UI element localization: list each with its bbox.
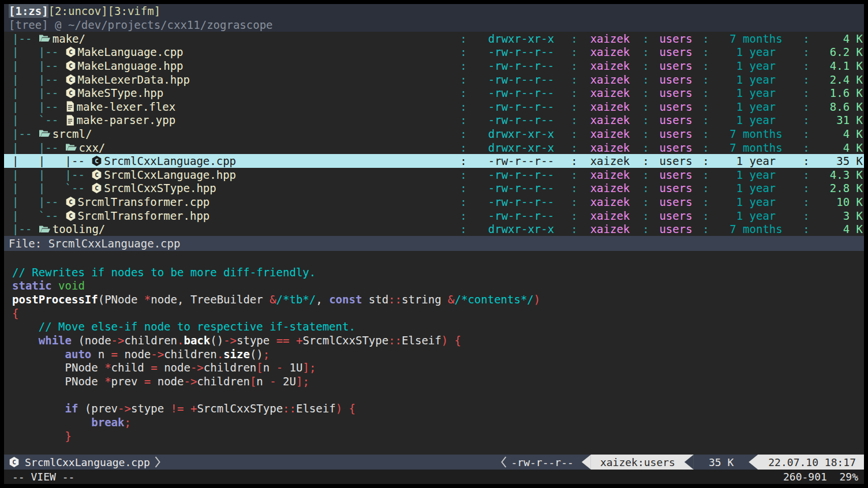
column-separator: : — [799, 196, 813, 208]
column-separator: : — [639, 73, 653, 86]
svg-text:C: C — [69, 62, 73, 70]
code-line: postProcessIf(PNode *node, TreeBuilder &… — [12, 293, 864, 307]
vifm-terminal: [1:zs] [2:uncov] [3:vifm] [tree] @ ~/dev… — [4, 4, 864, 484]
column-separator: : — [567, 32, 581, 45]
column-separator: : — [452, 127, 475, 140]
file-size: 4 K — [813, 223, 864, 235]
svg-text:C: C — [95, 185, 99, 192]
file-row[interactable]: | |-- make-lexer.flex:-rw-r--r--:xaizek:… — [4, 100, 864, 114]
file-row[interactable]: | | |-- CSrcmlCxxLanguage.hpp:-rw-r--r--… — [4, 168, 864, 182]
file-mtime: 1 year — [713, 196, 799, 208]
file-row[interactable]: |-- srcml/:drwxr-xr-x:xaizek:users:7 mon… — [4, 127, 864, 141]
column-separator: : — [639, 127, 653, 140]
cpp-icon: C — [91, 155, 102, 167]
file-name-cell[interactable]: | | `-- CSrcmlCxxSType.hpp — [4, 182, 452, 194]
column-separator: : — [452, 182, 475, 194]
file-name-cell[interactable]: | |-- CMakeLexerData.hpp — [4, 73, 452, 86]
column-separator: : — [639, 114, 653, 126]
file-owner: xaizek — [581, 168, 639, 181]
cpp-icon: C — [91, 169, 102, 181]
tree-branch: | | |-- — [12, 155, 91, 167]
column-separator: : — [699, 182, 713, 194]
file-owner: xaizek — [581, 209, 639, 222]
file-name-cell[interactable]: | |-- CSrcmlTransformer.cpp — [4, 196, 452, 208]
file-name-cell[interactable]: | |-- CMakeLanguage.cpp — [4, 46, 452, 58]
file-name: SrcmlTransformer.hpp — [78, 209, 210, 222]
file-name-cell[interactable]: | |-- CMakeLanguage.hpp — [4, 59, 452, 72]
folder-icon — [39, 224, 51, 234]
file-name-cell[interactable]: | | |-- CSrcmlCxxLanguage.hpp — [4, 168, 452, 181]
column-separator: : — [452, 114, 475, 126]
file-size: 4 K — [813, 32, 864, 45]
svg-text:C: C — [95, 171, 99, 179]
file-permissions: -rw-r--r-- — [475, 73, 567, 86]
powerline-separator-icon — [684, 455, 694, 470]
tree-branch: | | `-- — [12, 182, 91, 194]
file-name: make-parser.ypp — [77, 114, 176, 126]
file-row[interactable]: | `-- CSrcmlTransformer.hpp:-rw-r--r--:x… — [4, 209, 864, 223]
statusbar-size: 35 K — [694, 455, 749, 470]
column-separator: : — [452, 168, 475, 181]
file-size: 4 K — [813, 141, 864, 154]
file-owner: xaizek — [581, 141, 639, 154]
file-row[interactable]: | `-- make-parser.ypp:-rw-r--r--:xaizek:… — [4, 114, 864, 127]
file-permissions: -rw-r--r-- — [475, 100, 567, 113]
file-name-cell[interactable]: | `-- CSrcmlTransformer.hpp — [4, 209, 452, 222]
column-separator: : — [639, 168, 653, 181]
column-separator: : — [699, 46, 713, 58]
tree-branch: | |-- — [12, 87, 65, 99]
column-separator: : — [452, 100, 475, 113]
column-separator: : — [639, 182, 653, 194]
file-name-cell[interactable]: | | |-- CSrcmlCxxLanguage.cpp — [4, 155, 452, 167]
column-separator: : — [639, 141, 653, 154]
file-permissions: drwxr-xr-x — [475, 32, 567, 45]
file-size: 6.2 K — [813, 46, 864, 58]
file-size: 4 K — [813, 127, 864, 140]
code-line: if (prev->stype != +SrcmlCxxSType::Elsei… — [12, 402, 864, 416]
file-row[interactable]: | |-- cxx/:drwxr-xr-x:xaizek:users:7 mon… — [4, 141, 864, 155]
column-separator: : — [452, 196, 475, 208]
column-separator: : — [699, 32, 713, 45]
file-group: users — [653, 209, 699, 222]
powerline-separator-icon — [749, 455, 758, 470]
file-row[interactable]: | |-- CSrcmlTransformer.cpp:-rw-r--r--:x… — [4, 195, 864, 209]
file-tree: |-- make/:drwxr-xr-x:xaizek:users:7 mont… — [4, 32, 864, 236]
tab-2-uncov[interactable]: [2:uncov] — [48, 4, 108, 18]
column-separator: : — [452, 141, 475, 154]
tab-3-vifm[interactable]: [3:vifm] — [108, 4, 161, 18]
file-row[interactable]: | |-- CMakeLanguage.hpp:-rw-r--r--:xaize… — [4, 59, 864, 73]
file-name-cell[interactable]: | `-- make-parser.ypp — [4, 114, 452, 126]
tree-branch: |-- — [12, 32, 39, 45]
column-separator: : — [639, 46, 653, 58]
file-row[interactable]: | | `-- CSrcmlCxxSType.hpp:-rw-r--r--:xa… — [4, 182, 864, 196]
file-permissions: -rw-r--r-- — [475, 155, 567, 167]
column-separator: : — [567, 182, 581, 194]
file-row[interactable]: |-- make/:drwxr-xr-x:xaizek:users:7 mont… — [4, 32, 864, 46]
file-row-selected[interactable]: | | |-- CSrcmlCxxLanguage.cpp:-rw-r--r--… — [4, 154, 864, 168]
file-row[interactable]: | |-- CMakeSType.hpp:-rw-r--r--:xaizek:u… — [4, 86, 864, 100]
column-separator: : — [567, 155, 581, 167]
file-row[interactable]: | |-- CMakeLanguage.cpp:-rw-r--r--:xaize… — [4, 46, 864, 59]
column-separator: : — [699, 168, 713, 181]
file-mtime: 1 year — [713, 209, 799, 222]
file-name-cell[interactable]: | |-- make-lexer.flex — [4, 100, 452, 113]
tab-1-zs[interactable]: [1:zs] — [9, 4, 48, 18]
tree-branch: | |-- — [12, 100, 65, 113]
file-name-cell[interactable]: | |-- CMakeSType.hpp — [4, 87, 452, 99]
column-separator: : — [799, 59, 813, 72]
file-mtime: 1 year — [713, 59, 799, 72]
file-row[interactable]: |-- tooling/:drwxr-xr-x:xaizek:users:7 m… — [4, 222, 864, 236]
file-name-cell[interactable]: |-- srcml/ — [4, 127, 452, 140]
tab-bar: [1:zs] [2:uncov] [3:vifm] — [4, 4, 864, 18]
cpp-icon: C — [65, 46, 76, 58]
file-name-cell[interactable]: |-- make/ — [4, 32, 452, 45]
file-row[interactable]: | |-- CMakeLexerData.hpp:-rw-r--r--:xaiz… — [4, 73, 864, 87]
file-name: SrcmlTransformer.cpp — [78, 196, 210, 208]
cpp-icon: C — [91, 182, 102, 194]
code-line: while (node->children.back()->stype == +… — [12, 334, 864, 348]
mode-indicator: -- VIEW -- — [12, 471, 74, 483]
file-name-cell[interactable]: | |-- cxx/ — [4, 141, 452, 154]
column-separator: : — [452, 155, 475, 167]
chevron-left-icon — [500, 455, 508, 470]
file-name-cell[interactable]: |-- tooling/ — [4, 223, 452, 235]
